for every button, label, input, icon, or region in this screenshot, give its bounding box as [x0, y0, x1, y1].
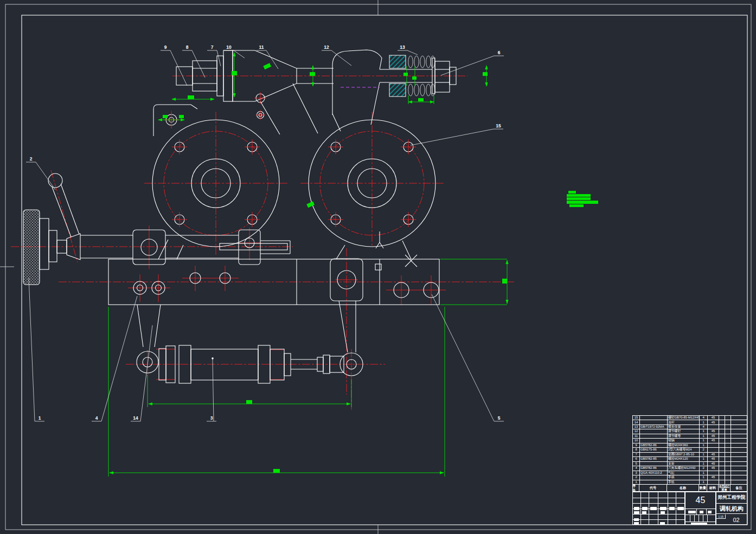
balloon-9: 9	[164, 44, 167, 50]
bom-cell	[731, 416, 747, 420]
bom-cell	[719, 466, 725, 471]
balloon-10: 10	[226, 44, 232, 50]
bom-cell: 2型六角螺母M24	[668, 448, 700, 452]
bom-cell: 六角头螺栓M12X60	[668, 466, 700, 471]
small-key	[375, 264, 381, 270]
bom-cell: 8	[633, 448, 640, 452]
bom-header-note: 备注	[731, 485, 747, 492]
bom-cell: 1	[700, 453, 708, 457]
bom-cell	[725, 439, 731, 443]
bom-cell: 1	[700, 429, 708, 434]
bom-header-weight: 单件总计 重量	[719, 485, 731, 492]
bom-cell: 4	[700, 416, 708, 420]
bom-cell: 螺栓M24X120	[668, 457, 700, 461]
balloon-14: 14	[133, 415, 138, 421]
bom-cell: 11	[633, 434, 640, 439]
bom-cell	[640, 416, 668, 420]
bom-cell	[719, 443, 725, 448]
bom-cell: QGA-40X110-Z	[640, 471, 668, 475]
bom-cell: 2	[700, 448, 708, 452]
bom-cell	[731, 475, 747, 480]
bom-cell: 连杆	[668, 420, 700, 424]
balloon-11: 11	[259, 44, 264, 50]
bom-cell: 45	[708, 416, 719, 420]
bom-cell	[719, 416, 725, 420]
bom-cell: 6	[633, 457, 640, 461]
title-block-region: 15螺钉GB70-85-M12X45445 14连杆145 13GB/T1972…	[632, 415, 747, 525]
balloon-12: 12	[324, 44, 329, 50]
bom-cell	[708, 448, 719, 452]
knurled-handwheel	[23, 210, 40, 285]
bom-cell	[731, 453, 747, 457]
bom-cell: 45	[708, 429, 719, 434]
bom-cell: 1	[700, 462, 708, 466]
bom-cell: 45	[708, 439, 719, 443]
bom-cell: GB/T1972-92MA	[640, 425, 668, 429]
bom-cell: 螺栓M24X360	[668, 443, 700, 448]
bom-cell	[725, 443, 731, 448]
bom-cell: 45	[708, 420, 719, 424]
support-column	[332, 50, 382, 115]
bom-cell: 1	[700, 471, 708, 475]
bom-cell: 2	[633, 475, 640, 480]
balloon-2: 2	[30, 156, 33, 162]
bom-cell: 碟形弹簧	[668, 425, 700, 429]
bom-cell: GB5782-85	[640, 457, 668, 461]
bom-cell: 45	[708, 434, 719, 439]
bom-cell	[719, 434, 725, 439]
bom-cell	[640, 429, 668, 434]
drawing-title: 调轧机构	[716, 504, 747, 514]
bom-header: 序号 代号 名称 数量 材料 单件总计 重量 备注	[632, 484, 747, 492]
company-name: 郑州工程学院	[716, 492, 747, 504]
bom-cell	[731, 462, 747, 466]
balloon-4: 4	[95, 415, 98, 421]
balloon-3: 3	[210, 415, 213, 421]
bom-cell: 45	[708, 462, 719, 466]
bom-cell: 气缸	[668, 471, 700, 475]
bom-cell	[719, 425, 725, 429]
bom-cell	[719, 420, 725, 424]
bom-cell	[725, 416, 731, 420]
bom-cell: 12	[633, 429, 640, 434]
bom-cell: 14	[633, 420, 640, 424]
bom-cell: GB5782-86	[640, 466, 668, 471]
bom-cell: 2	[700, 466, 708, 471]
bom-cell	[640, 434, 668, 439]
balloon-7: 7	[211, 44, 214, 50]
bom-cell: 45	[708, 453, 719, 457]
drawing-number: 02	[726, 514, 747, 525]
bom-cell: GB5782-86	[640, 443, 668, 448]
left-link-arm	[137, 305, 161, 373]
balloon-6: 6	[498, 50, 501, 55]
bom-cell	[731, 425, 747, 429]
bom-cell: 1	[700, 475, 708, 480]
bom-header-name: 名称	[667, 485, 699, 492]
centerlines	[11, 76, 515, 410]
balloon-15: 15	[496, 123, 501, 128]
bom-header-material: 材料	[707, 485, 719, 492]
bom-cell	[719, 462, 725, 466]
base-plate	[108, 255, 439, 305]
bom-cell	[725, 475, 731, 480]
bom-cell	[640, 453, 668, 457]
bom-cell	[725, 471, 731, 475]
bom-cell: 10	[633, 439, 640, 443]
hatched-seat-upper	[389, 55, 406, 68]
bom-cell	[640, 439, 668, 443]
balloon-8: 8	[186, 44, 189, 50]
bom-cell	[731, 434, 747, 439]
cad-viewport[interactable]: 9 8 7 10 11 12 13 6 15 2 1 4 14 3 5 15螺钉…	[0, 0, 756, 534]
bom-cell	[708, 443, 719, 448]
bom-cell	[725, 457, 731, 461]
bom-cell	[719, 439, 725, 443]
balloon-13: 13	[400, 44, 405, 50]
bom-cell: 4	[633, 466, 640, 471]
cylinder-head	[270, 349, 284, 380]
bom-cell: 3	[633, 471, 640, 475]
bom-cell	[725, 466, 731, 471]
balloon-5: 5	[498, 415, 501, 421]
material-scale-block: 45	[685, 492, 716, 525]
balloon-1: 1	[39, 415, 41, 421]
bom-cell	[719, 448, 725, 452]
bom-cell: 9	[633, 443, 640, 448]
